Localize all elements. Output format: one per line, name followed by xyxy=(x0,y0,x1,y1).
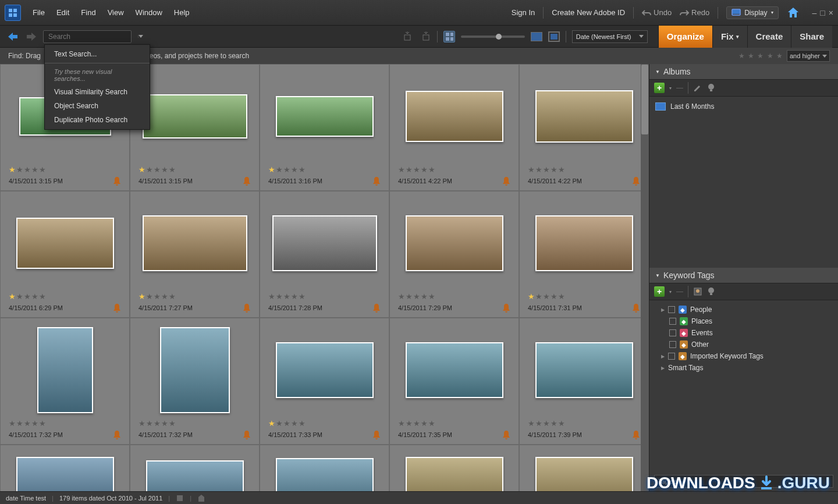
bell-icon[interactable] xyxy=(243,303,251,313)
grid-view-icon[interactable] xyxy=(443,31,455,42)
photo-cell[interactable]: ★★★★★4/15/2011 7:32 PM xyxy=(130,318,260,445)
photo-cell[interactable]: ★★★★★4/15/2011 6:29 PM xyxy=(0,191,130,318)
status-icon2[interactable] xyxy=(197,494,205,502)
photo-cell[interactable]: ★★★★★4/15/2011 7:31 PM xyxy=(519,191,649,318)
display-dropdown[interactable]: Display ▾ xyxy=(726,6,778,19)
tab-organize[interactable]: Organize xyxy=(658,26,712,48)
photo-cell[interactable]: ★★★★★4/15/2011 4:22 PM xyxy=(519,64,649,191)
bell-icon[interactable] xyxy=(243,176,251,186)
forward-button[interactable] xyxy=(24,31,38,42)
tag-item[interactable]: ◆Places xyxy=(655,315,832,327)
add-album-button[interactable]: + xyxy=(654,83,665,93)
tag-checkbox[interactable] xyxy=(669,329,676,336)
tag-checkbox[interactable] xyxy=(668,306,675,313)
close-button[interactable]: × xyxy=(829,8,833,17)
rating-stars[interactable]: ★★★★★ xyxy=(398,292,510,301)
rating-stars[interactable]: ★★★★★ xyxy=(528,292,640,301)
single-view-icon[interactable] xyxy=(531,31,542,42)
minimize-button[interactable]: – xyxy=(812,8,817,17)
zoom-slider[interactable] xyxy=(461,36,525,38)
photo-cell[interactable] xyxy=(519,445,649,491)
rating-stars[interactable]: ★★★★★ xyxy=(528,419,640,428)
tag-item[interactable]: ◆Events xyxy=(655,327,832,339)
photo-cell[interactable]: ★★★★★4/15/2011 7:29 PM xyxy=(389,191,519,318)
menu-window[interactable]: Window xyxy=(136,8,162,17)
rating-stars[interactable]: ★★★★★ xyxy=(268,292,381,301)
maximize-button[interactable]: □ xyxy=(820,8,825,17)
redo-button[interactable]: Redo xyxy=(680,8,709,17)
bell-icon[interactable] xyxy=(502,430,510,439)
smart-tags[interactable]: ▶Smart Tags xyxy=(655,362,832,374)
menu-item[interactable]: Object Search xyxy=(45,99,150,113)
rating-filter-dropdown[interactable]: and higher xyxy=(787,50,830,62)
photo-cell[interactable]: ★★★★★4/15/2011 4:22 PM xyxy=(389,64,519,191)
photo-cell[interactable]: ★★★★★4/15/2011 7:33 PM xyxy=(260,318,389,445)
signin-button[interactable]: Sign In xyxy=(512,8,535,17)
bell-icon[interactable] xyxy=(243,430,251,439)
menu-find[interactable]: Find xyxy=(81,8,95,17)
bell-icon[interactable] xyxy=(632,430,640,439)
create-id-button[interactable]: Create New Adobe ID xyxy=(552,8,625,17)
photo-cell[interactable] xyxy=(260,445,389,491)
rating-stars[interactable]: ★★★★★ xyxy=(139,419,251,428)
scrollbar[interactable] xyxy=(641,64,649,491)
photo-cell[interactable]: ★★★★★4/15/2011 7:35 PM xyxy=(389,318,519,445)
albums-panel-header[interactable]: ▼Albums xyxy=(649,64,838,80)
menu-item[interactable]: Duplicate Photo Search xyxy=(45,113,150,127)
idea-icon[interactable] xyxy=(707,83,715,93)
photo-cell[interactable]: ★★★★★4/15/2011 7:27 PM xyxy=(130,191,260,318)
rating-stars[interactable]: ★★★★★ xyxy=(139,165,251,174)
photo-cell[interactable] xyxy=(389,445,519,491)
photo-cell[interactable]: ★★★★★4/15/2011 7:28 PM xyxy=(260,191,389,318)
bell-icon[interactable] xyxy=(113,430,121,439)
bell-icon[interactable] xyxy=(502,303,510,313)
menu-help[interactable]: Help xyxy=(174,8,190,17)
zoom-thumb[interactable] xyxy=(496,34,502,40)
tag-item[interactable]: ▶◆Imported Keyword Tags xyxy=(655,350,832,362)
photo-cell[interactable]: ★★★★★4/15/2011 7:39 PM xyxy=(519,318,649,445)
bell-icon[interactable] xyxy=(372,303,381,313)
tag-checkbox[interactable] xyxy=(669,341,676,348)
rating-stars[interactable]: ★★★★★ xyxy=(9,292,121,301)
rating-stars[interactable]: ★★★★★ xyxy=(9,419,121,428)
undo-button[interactable]: Undo xyxy=(642,8,672,17)
bell-icon[interactable] xyxy=(113,303,121,313)
bell-icon[interactable] xyxy=(113,176,121,186)
bell-icon[interactable] xyxy=(372,176,381,186)
search-field[interactable] xyxy=(48,33,136,41)
menu-item[interactable]: Visual Similarity Search xyxy=(45,85,150,99)
add-tag-button[interactable]: + xyxy=(654,286,665,297)
menu-item[interactable]: Text Search... xyxy=(45,47,150,61)
bell-icon[interactable] xyxy=(502,176,510,186)
rating-stars[interactable]: ★★★★★ xyxy=(139,292,251,301)
tab-create[interactable]: Create xyxy=(747,26,791,48)
tags-panel-header[interactable]: ▼Keyword Tags xyxy=(649,268,838,283)
menu-view[interactable]: View xyxy=(108,8,124,17)
home-icon[interactable] xyxy=(787,6,800,19)
search-input[interactable] xyxy=(43,30,132,43)
tag-item[interactable]: ▶◆People xyxy=(655,304,832,315)
photo-cell[interactable]: ★★★★★4/15/2011 7:32 PM xyxy=(0,318,130,445)
bell-icon[interactable] xyxy=(632,176,640,186)
tag-checkbox[interactable] xyxy=(668,353,675,360)
rating-stars[interactable]: ★★★★★ xyxy=(398,419,510,428)
photo-cell[interactable] xyxy=(130,445,260,491)
rating-stars[interactable]: ★★★★★ xyxy=(268,165,381,174)
photo-cell[interactable]: ★★★★★4/15/2011 3:16 PM xyxy=(260,64,389,191)
menu-file[interactable]: File xyxy=(33,8,45,17)
bell-icon[interactable] xyxy=(632,303,640,313)
fullscreen-icon[interactable] xyxy=(548,31,560,42)
app-logo[interactable] xyxy=(5,5,21,21)
tab-share[interactable]: Share xyxy=(791,26,832,48)
tab-fix[interactable]: Fix▾ xyxy=(712,26,747,48)
menu-edit[interactable]: Edit xyxy=(56,8,69,17)
face-tag-icon[interactable] xyxy=(693,287,702,296)
edit-album-icon[interactable] xyxy=(693,83,702,93)
tag-checkbox[interactable] xyxy=(669,318,676,325)
status-icon1[interactable] xyxy=(176,494,184,502)
tag-item[interactable]: ◆Other xyxy=(655,339,832,350)
rating-stars[interactable]: ★★★★★ xyxy=(9,165,121,174)
sort-dropdown[interactable]: Date (Newest First) xyxy=(572,30,648,43)
search-dropdown-toggle[interactable] xyxy=(138,35,143,38)
rotate-left-icon[interactable] xyxy=(402,31,414,42)
